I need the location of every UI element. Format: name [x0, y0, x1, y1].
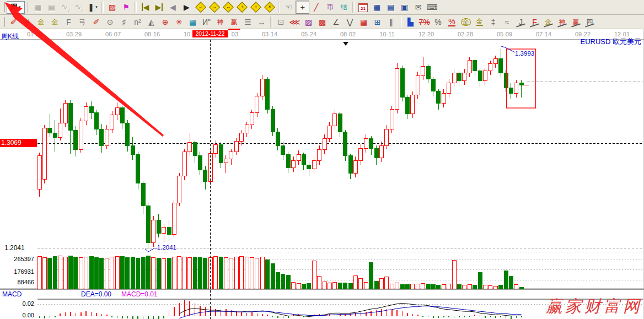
crosshair-tool-icon[interactable]: ＋: [296, 1, 309, 14]
zoom-region-icon[interactable]: ▦: [31, 1, 45, 14]
minor-cycle3-icon[interactable]: ∿3: [58, 1, 72, 14]
chart-canvas[interactable]: 周K线 EURUSD 欧元美元 1.3069 1.2041 -1.2041 1.…: [0, 29, 644, 319]
shen-tool-icon[interactable]: 神: [213, 15, 227, 29]
si-angle-icon[interactable]: 四: [583, 15, 597, 29]
angle-lines-icon[interactable]: ∠: [329, 15, 343, 29]
toolbar-separator: [135, 2, 137, 13]
candle-style-icon[interactable]: ❚▼: [86, 1, 100, 14]
ying-angle-icon[interactable]: 赢: [569, 15, 583, 29]
n2-cycle-icon[interactable]: n²: [131, 15, 144, 29]
info-panel-icon[interactable]: ▤: [45, 1, 58, 14]
fu-marker-icon[interactable]: 币: [323, 1, 337, 14]
flag-marker-icon[interactable]: ⚑: [119, 1, 133, 14]
gann-web-icon[interactable]: ✳: [172, 15, 186, 29]
volume-profile-icon[interactable]: ▙: [404, 15, 417, 29]
notes-icon[interactable]: ▤: [384, 1, 398, 14]
date-axis-label: 05-24: [301, 31, 316, 37]
wave-count-icon[interactable]: И": [200, 15, 213, 29]
period-selector-button[interactable]: 周▼: [7, 1, 25, 14]
grid-box-icon[interactable]: ▦: [186, 15, 200, 29]
toolbar-separator: [352, 2, 355, 13]
ruler-pen-icon[interactable]: ‡: [486, 15, 500, 29]
drawing-toolbar: ✐#金金F弓✐⊙♯n²◭⊕✳▦И"神赢☰↔⊡⋘▨▩∠⋁▦⊞∥▙7%%%金金‡≈J…: [0, 15, 644, 29]
prev-page-icon[interactable]: ◀: [166, 1, 180, 14]
toolbar-grip[interactable]: [2, 2, 5, 12]
first-page-icon[interactable]: ◀: [138, 1, 152, 14]
gold-grid2-icon[interactable]: 金: [48, 15, 62, 29]
date-axis-label: 08-02: [340, 31, 356, 37]
gold-angle-icon[interactable]: 金: [541, 15, 555, 29]
no-percent-icon[interactable]: 7%: [417, 15, 431, 29]
nav-cross-icon[interactable]: +: [235, 1, 249, 14]
gold-circle-icon[interactable]: 金: [459, 15, 473, 29]
ruler-grid-icon[interactable]: ☰: [241, 15, 255, 29]
gold-grid-icon[interactable]: 金: [34, 15, 48, 29]
fan-box-icon[interactable]: ▨: [302, 15, 315, 29]
f-angle-icon[interactable]: F: [528, 15, 541, 29]
minor-cycle9-icon[interactable]: ∿9: [72, 1, 86, 14]
macd-indicator-name[interactable]: MACD: [2, 290, 22, 298]
fan-lines-icon[interactable]: ⋘: [288, 15, 302, 29]
mirror-tool-icon[interactable]: ◭: [144, 15, 158, 29]
web-box-icon[interactable]: ▩: [315, 15, 329, 29]
date-axis-label: 03-14: [262, 31, 277, 37]
j-angle-icon[interactable]: J: [514, 15, 528, 29]
data-download-icon[interactable]: ⌨: [425, 1, 439, 14]
mail-icon[interactable]: ✉: [411, 1, 425, 14]
date-axis-label: 07-14: [536, 31, 551, 37]
nav-expand-icon[interactable]: ↕: [249, 1, 262, 14]
toolbar-separator: [101, 2, 104, 13]
calculator-icon[interactable]: ▦: [370, 1, 384, 14]
box-select-icon[interactable]: ⊡: [274, 15, 288, 29]
chart-graphics: [0, 29, 644, 319]
crosshair-date-badge: 2012-11-22: [192, 30, 228, 37]
check-lines-icon[interactable]: ⋁: [343, 15, 357, 29]
segment-tool-icon[interactable]: ╱: [309, 1, 323, 14]
compass-tool-icon[interactable]: ⊕: [158, 15, 172, 29]
parallel-lines-icon[interactable]: ∥: [384, 15, 398, 29]
hand-pan-icon[interactable]: ☜: [282, 1, 296, 14]
red-grid-icon[interactable]: ▦: [357, 15, 371, 29]
gold-line-icon[interactable]: 金: [473, 15, 486, 29]
high-annotation-label: 1.3993: [515, 50, 534, 57]
volume-axis-label: 265397: [0, 256, 34, 262]
period-label: 周K线: [1, 32, 19, 41]
nav-left-icon[interactable]: ←: [194, 1, 207, 14]
nav-compress-icon[interactable]: ✳: [262, 1, 276, 14]
ying-tool-icon[interactable]: 赢: [227, 15, 241, 29]
toolbar-grip[interactable]: [2, 17, 5, 27]
calendar-icon[interactable]: 21: [356, 1, 370, 14]
grid-target-icon[interactable]: ⊞: [371, 15, 384, 29]
next-page-icon[interactable]: ▶: [180, 1, 194, 14]
width-measure-icon[interactable]: ↔: [255, 15, 269, 29]
pattern-search-icon[interactable]: ▨: [105, 1, 119, 14]
spiral-tool-icon[interactable]: 弓: [76, 15, 89, 29]
macd-value-label: MACD=0.01: [121, 290, 158, 298]
grid-tool-icon[interactable]: #: [20, 15, 34, 29]
date-axis-label: 10-11: [379, 31, 394, 37]
volume-axis-label: 176931: [0, 268, 34, 275]
wave2-icon[interactable]: ≈: [500, 15, 514, 29]
date-axis-label: 08-16: [144, 31, 160, 37]
last-page-icon[interactable]: ▶: [152, 1, 166, 14]
alert-price-tag[interactable]: 1.3069: [0, 139, 37, 147]
toolbar-separator: [270, 17, 272, 28]
price-axis-low-label: 1.2041: [4, 244, 25, 252]
jie-marker-icon[interactable]: 结: [337, 1, 351, 14]
nav-both-icon[interactable]: ↔: [221, 1, 235, 14]
shen-angle-icon[interactable]: 神: [555, 15, 569, 29]
nav-right-icon[interactable]: →: [207, 1, 221, 14]
toolbar-separator: [27, 2, 29, 13]
cycle-circle-icon[interactable]: ⊙: [103, 15, 117, 29]
brush-tool-icon[interactable]: ✐: [7, 15, 20, 29]
save-icon[interactable]: ▣: [398, 1, 411, 14]
symbol-label: EURUSD 欧元美元: [580, 37, 641, 47]
percent-icon[interactable]: %: [431, 15, 445, 29]
f-grid-icon[interactable]: F: [62, 15, 76, 29]
date-axis-label: 05-09: [497, 31, 512, 37]
ruler-marks-icon[interactable]: ♯: [117, 15, 131, 29]
site-watermark: 赢家财富网: [546, 295, 642, 318]
percent-line-icon[interactable]: %: [445, 15, 459, 29]
red-pen-icon[interactable]: ✐: [89, 15, 103, 29]
main-toolbar: 周▼▦▤∿3∿9❚▼▨⚑◀▶◀▶←→↔+↕✳☜＋╱币结21▦▤▣✉⌨: [0, 0, 644, 15]
